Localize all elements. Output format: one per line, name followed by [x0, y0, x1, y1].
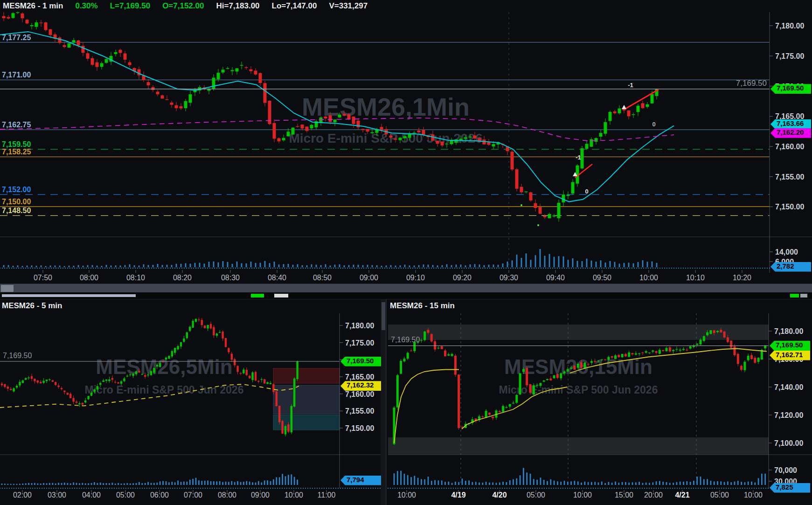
time-axis-label: 10:00 [285, 491, 303, 499]
time-axis-label: 05:00 [527, 491, 545, 499]
time-axis-label: 10:00 [744, 491, 763, 499]
price-tick-label: 7,150.00 [775, 203, 804, 211]
watermark-description: Micro E-mini S&P 500 Jun 2026 [85, 384, 244, 396]
price-level-label: 7,159.50 [2, 140, 31, 148]
price-level-label: 7,158.25 [2, 148, 31, 156]
price-badge-top-2: 7,162.20 [770, 128, 811, 138]
scroll-indicator-strip [0, 292, 812, 299]
price-tick-label: 7,175.00 [775, 52, 804, 60]
scroll-marker-gray-right [800, 294, 807, 297]
price-level-label: 7,148.50 [2, 207, 31, 214]
header-stat-0: 0.30% [75, 1, 97, 11]
time-axis-label: 09:30 [500, 274, 518, 282]
price-tick-label: 7,150.00 [345, 424, 374, 432]
last-price-float-label: 7,169.50 [736, 79, 767, 88]
price-tick-label: 7,155.00 [345, 407, 374, 415]
volume-tick-label: 14,000 [775, 248, 798, 256]
time-axis-label: 10:00 [397, 491, 416, 499]
price-level-label: 7,150.00 [2, 198, 31, 206]
time-axis-label: 08:20 [173, 274, 192, 282]
signal-dot [521, 204, 522, 206]
time-axis-label: 09:00 [251, 491, 270, 499]
time-axis-label: 09:00 [360, 274, 378, 282]
price-level-label: 7,152.00 [2, 186, 31, 194]
scroll-range-indicator[interactable] [2, 294, 136, 297]
candles-layer [2, 12, 659, 222]
watermark-symbol: MESM26,5Min [96, 355, 232, 378]
time-axis-label: 02:00 [13, 491, 32, 499]
price-level-label: 7,177.25 [2, 34, 31, 42]
time-axis-label: 09:50 [593, 274, 611, 282]
chart-title-15min: MESM26 - 15 min [390, 301, 455, 311]
scroll-marker-green [251, 294, 264, 297]
horizontal-scrollbar[interactable] [0, 284, 812, 293]
price-badge-top-1: 7,163.66 [770, 119, 811, 129]
price-tick-label: 7,160.00 [775, 143, 804, 151]
shaded-band [388, 437, 769, 455]
price-tick-label: 7,155.00 [775, 173, 804, 181]
time-axis-label: 07:00 [184, 491, 202, 499]
position-size-marker: 0 [585, 188, 588, 195]
price-tick-label: 7,120.00 [774, 411, 803, 419]
time-axis-label: 08:10 [126, 274, 145, 282]
price-level-label: 7,162.75 [2, 121, 31, 129]
price-badge-five-0: 7,169.50 [340, 357, 381, 367]
price-zone [273, 385, 340, 414]
trading-workspace: MESM26,1MinMicro E-mini S&P 500 Jun 2026… [0, 0, 812, 505]
time-axis-label: 10:10 [686, 274, 705, 282]
watermark-description: Micro E-mini S&P 500 Jun 2026 [499, 384, 658, 396]
price-tick-label: 7,100.00 [774, 439, 803, 447]
time-axis-label: 08:50 [313, 274, 332, 282]
price-level-label: 7,171.00 [2, 71, 31, 79]
time-axis-label: 20:00 [644, 491, 663, 499]
price-tick-label: 7,180.00 [774, 327, 803, 335]
time-axis-label: 11:00 [318, 491, 336, 499]
price-zone [273, 368, 340, 383]
time-axis-label: 08:30 [221, 274, 240, 282]
last-price-left-label: 7,169.50 [3, 352, 32, 360]
time-axis-label: 09:20 [453, 274, 472, 282]
header-stat-5: V=331,297 [329, 1, 368, 11]
chart-title-1min: MESM26 - 1 min [3, 1, 63, 11]
price-tick-label: 7,175.00 [345, 339, 374, 347]
time-axis-label: 05:00 [710, 491, 729, 499]
last-price-left-label: 7,169.50 [391, 336, 420, 344]
time-axis-label: 4/21 [675, 491, 689, 499]
header-stat-4: Lo=7,147.00 [272, 1, 317, 11]
signal-dot [537, 224, 539, 226]
chart-title-5min: MESM26 - 5 min [2, 301, 62, 311]
time-axis-label: 04:00 [82, 491, 101, 499]
chart-canvas[interactable]: MESM26,1MinMicro E-mini S&P 500 Jun 2026… [0, 0, 812, 505]
time-axis-label: 4/19 [451, 491, 465, 499]
position-size-marker: -1 [628, 82, 633, 89]
chart-five: MESM26,5MinMicro E-mini S&P 500 Jun 2026… [0, 313, 384, 499]
time-axis-label: 09:10 [406, 274, 425, 282]
volume-bars-layer [1, 474, 298, 485]
time-axis-label: 10:00 [639, 274, 658, 282]
vertical-scrollbar-thumb[interactable] [382, 302, 385, 330]
position-size-marker: 0 [652, 121, 655, 128]
time-axis-label: 07:50 [34, 274, 52, 282]
price-tick-label: 7,180.00 [775, 22, 804, 30]
header-stat-3: Hi=7,183.00 [216, 1, 259, 11]
scroll-marker-white [274, 294, 288, 297]
volume-bars-layer [3, 249, 658, 267]
scroll-marker-green-right [790, 294, 799, 297]
time-axis-label: 10:20 [733, 274, 751, 282]
chart-header-1min: MESM26 - 1 min 0.30%L=7,169.50O=7,152.00… [3, 0, 380, 12]
volume-badge-five: 7,794 [340, 476, 381, 485]
time-axis-label: 09:40 [546, 274, 565, 282]
price-tick-label: 7,160.00 [345, 390, 374, 398]
price-badge-fifteen-0: 7,169.50 [770, 341, 810, 351]
volume-badge-top: 2,782 [770, 262, 811, 272]
price-tick-label: 7,165.00 [345, 373, 374, 381]
volume-badge-fifteen: 7,825 [770, 483, 810, 493]
volume-tick-label: 70,000 [774, 466, 797, 474]
time-axis-label: 08:40 [268, 274, 286, 282]
price-tick-label: 7,140.00 [774, 383, 803, 391]
trade-arrow-icon [622, 105, 626, 109]
price-tick-label: 7,180.00 [345, 322, 374, 330]
time-axis-label: 10:00 [573, 491, 592, 499]
price-badge-five-1: 7,162.32 [340, 381, 381, 391]
scrollbar-thumb[interactable] [1, 285, 14, 292]
